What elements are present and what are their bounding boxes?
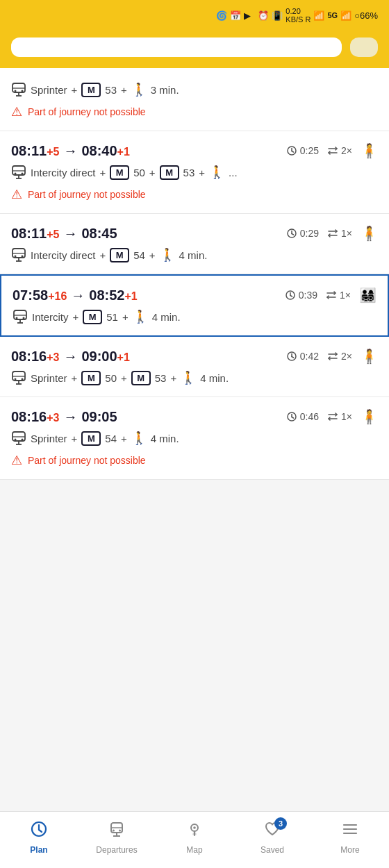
metro-badge-3-4: M bbox=[131, 371, 151, 385]
warning-row-4: ⚠ Part of journey not possible bbox=[11, 453, 378, 468]
crowd-icon: 🧍 bbox=[361, 408, 378, 425]
time-section-2: 07:58+16 → 08:52+1 bbox=[13, 287, 138, 303]
train-icon bbox=[11, 82, 26, 97]
warning-text: Part of journey not possible bbox=[28, 106, 146, 117]
nav-label-more: More bbox=[340, 845, 359, 855]
arrive-delay: +1 bbox=[117, 351, 130, 364]
journey-meta-0: 0:25 2× 🧍 bbox=[286, 142, 378, 159]
svg-point-39 bbox=[22, 378, 24, 381]
svg-line-26 bbox=[290, 296, 292, 297]
train-icon-1 bbox=[11, 247, 26, 262]
walk-time-3-7: 4 min. bbox=[200, 372, 229, 384]
map-icon bbox=[185, 820, 204, 842]
warning-icon-4: ⚠ bbox=[11, 453, 22, 468]
depart-time-4: 08:16 bbox=[11, 409, 47, 425]
arrow-3: → bbox=[63, 349, 77, 365]
arrow-2: → bbox=[71, 287, 85, 303]
crowd-icon: 🧍 bbox=[361, 348, 378, 365]
metro-num-0-2: 50 bbox=[133, 167, 145, 178]
warning-icon: ⚠ bbox=[11, 104, 22, 119]
nav-item-more[interactable]: More bbox=[311, 817, 389, 858]
depart-delay-4: +3 bbox=[47, 412, 59, 424]
journey-time-row-1: 08:11+5 → 08:45 0:29 bbox=[11, 225, 378, 242]
metro-num-3-2: 50 bbox=[105, 372, 117, 384]
data-speed: 0.20KB/S R bbox=[285, 7, 311, 24]
journey-item-partial-top[interactable]: Sprinter + M 53 + 🚶 3 min. ⚠ Part of jou… bbox=[0, 68, 389, 131]
warning-text-4: Part of journey not possible bbox=[28, 455, 146, 466]
depart-time-1: 08:11 bbox=[11, 226, 47, 242]
transport-label-3-0: Sprinter bbox=[31, 372, 67, 384]
journey-meta-1: 0:29 1× 🧍 bbox=[286, 225, 378, 242]
journey-meta-4: 0:46 1× 🧍 bbox=[286, 408, 378, 425]
arrive-time: 08:52 bbox=[89, 287, 124, 303]
train-nav-icon bbox=[108, 820, 126, 842]
time-section-4: 08:16+3 → 09:05 bbox=[11, 409, 117, 425]
transport-label: Sprinter bbox=[31, 84, 67, 96]
metro-num-3-4: 53 bbox=[155, 372, 167, 384]
plus-3-3: + bbox=[121, 372, 127, 384]
clock-icon bbox=[30, 820, 48, 842]
walk-icon-3-6: 🚶 bbox=[181, 370, 196, 385]
walk-icon-1-4: 🚶 bbox=[160, 247, 175, 262]
options-button[interactable] bbox=[350, 37, 378, 57]
duration-2: 0:39 bbox=[285, 290, 317, 301]
nav-item-departures[interactable]: Departures bbox=[78, 817, 156, 858]
train-icon-0 bbox=[11, 165, 26, 180]
journey-item-1[interactable]: 08:11+5 → 08:45 0:29 bbox=[0, 214, 389, 274]
transport-row-0: Intercity direct+M50+M53+🚶... bbox=[11, 165, 378, 180]
duration-3: 0:42 bbox=[286, 351, 319, 362]
crowd-icon: 👨‍👩‍👧‍👦 bbox=[359, 287, 376, 303]
wifi-icon: 📶 bbox=[340, 10, 351, 21]
nav-item-plan[interactable]: Plan bbox=[0, 817, 78, 858]
svg-point-11 bbox=[15, 173, 17, 175]
nav-label-departures: Departures bbox=[96, 845, 137, 855]
metro-num-0-4: 53 bbox=[183, 167, 195, 178]
svg-point-61 bbox=[193, 826, 196, 829]
svg-line-44 bbox=[292, 417, 294, 419]
svg-point-2 bbox=[15, 90, 17, 92]
plus-2: + bbox=[121, 84, 127, 96]
plus-2-3: + bbox=[122, 311, 129, 323]
journey-item-0[interactable]: 08:11+5 → 08:40+1 0:25 bbox=[0, 131, 389, 214]
svg-point-58 bbox=[113, 830, 115, 832]
status-bar: 🌀 📅 ▶ ⏰ 📳 0.20KB/S R 📶 5G 📶 ○66% bbox=[0, 0, 389, 31]
arrive-time: 09:05 bbox=[81, 409, 117, 425]
svg-point-30 bbox=[23, 317, 25, 319]
arrive-time: 08:40 bbox=[81, 143, 117, 159]
nav-label-plan: Plan bbox=[30, 845, 47, 855]
ellipsis-0-7: ... bbox=[229, 167, 238, 178]
walk-time-2-5: 4 min. bbox=[152, 311, 181, 323]
journey-item-4[interactable]: 08:16+3 → 09:05 0:46 bbox=[0, 397, 389, 480]
time-section-3: 08:16+3 → 09:00+1 bbox=[11, 349, 130, 365]
journey-meta-3: 0:42 2× 🧍 bbox=[286, 348, 378, 365]
duration-0: 0:25 bbox=[286, 145, 319, 156]
5g-label: 5G bbox=[327, 11, 338, 19]
nav-item-map[interactable]: Map bbox=[156, 817, 233, 858]
plus-2-1: + bbox=[73, 311, 79, 323]
journey-item-2[interactable]: 07:58+16 → 08:52+1 0:39 bbox=[0, 274, 389, 337]
warning-row-0: ⚠ Part of journey not possible bbox=[11, 187, 378, 202]
warning-row: ⚠ Part of journey not possible bbox=[11, 104, 378, 119]
walk-time: 3 min. bbox=[151, 84, 179, 96]
header bbox=[0, 31, 389, 68]
svg-point-29 bbox=[16, 317, 18, 319]
plus-3-5: + bbox=[170, 372, 176, 384]
walk-icon-2-4: 🚶 bbox=[133, 309, 148, 324]
svg-line-35 bbox=[292, 357, 294, 358]
nav-label-saved: Saved bbox=[260, 845, 284, 855]
transport-label-0-0: Intercity direct bbox=[31, 167, 95, 178]
arrive-delay: +1 bbox=[124, 290, 137, 303]
metro-badge-4-2: M bbox=[81, 431, 101, 446]
plus-0-5: + bbox=[199, 167, 205, 178]
departure-box[interactable] bbox=[11, 37, 342, 57]
walk-icon-4-4: 🚶 bbox=[131, 431, 147, 446]
depart-delay-0: +5 bbox=[47, 146, 59, 158]
alarm-icon: ⏰ bbox=[258, 10, 269, 21]
transfers-0: 2× bbox=[327, 145, 352, 156]
nav-item-saved[interactable]: 3 Saved bbox=[233, 817, 311, 858]
arrow-4: → bbox=[63, 409, 77, 425]
journey-item-3[interactable]: 08:16+3 → 09:00+1 0:42 bbox=[0, 337, 389, 397]
plus-4-1: + bbox=[72, 433, 78, 444]
duration-1: 0:29 bbox=[286, 228, 319, 239]
metro-num-4-2: 54 bbox=[105, 433, 117, 444]
